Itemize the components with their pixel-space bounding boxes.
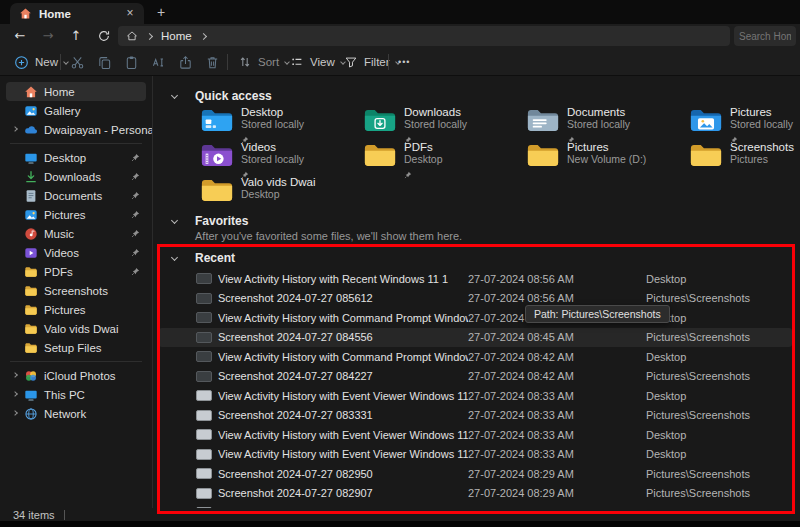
collapse-chevron-icon[interactable] [171,92,178,99]
sidebar-item-desktop[interactable]: Desktop [6,148,146,167]
cut-button[interactable] [66,52,88,72]
view-label: View [310,56,335,68]
expand-chevron-icon[interactable] [12,126,18,132]
tab-bar: Home × + [0,0,800,24]
recent-file-row[interactable]: Screenshot 2024-07-27 08561227-07-2024 0… [159,289,792,309]
recent-file-row[interactable]: View Activity History with Event Viewer … [159,386,792,406]
tile-videos[interactable]: VideosStored locally [200,141,363,176]
folder-pictures-icon [689,107,723,134]
file-thumbnail-icon [196,488,212,499]
recent-file-row[interactable]: Screenshot 2024-07-27 08295027-07-2024 0… [159,464,792,484]
new-plus-icon [14,55,29,70]
folder-icon [363,142,397,169]
file-explorer-window: Home × + ← → ↑ Home New [0,0,800,527]
collapse-chevron-icon[interactable] [171,254,178,261]
sidebar-item-this-pc[interactable]: This PC [6,385,146,404]
sidebar-item-downloads[interactable]: Downloads [6,167,146,186]
recent-file-row[interactable]: View Activity History with Command Promp… [159,308,792,328]
sidebar-item-documents[interactable]: Documents [6,186,146,205]
tile-screenshots[interactable]: ScreenshotsPictures [689,141,800,176]
pin-icon [131,172,140,181]
tile-desktop[interactable]: DesktopStored locally [200,106,363,141]
divider [60,54,61,70]
view-icon [290,55,304,69]
tile-pictures-d[interactable]: PicturesNew Volume (D:) [526,141,689,176]
copy-button[interactable] [93,52,115,72]
section-title: Quick access [195,89,272,103]
tile-subtitle: Stored locally [567,118,630,130]
sidebar-item-videos[interactable]: Videos [6,243,146,262]
sidebar-item-music[interactable]: Music [6,224,146,243]
refresh-button[interactable] [92,25,116,47]
tile-name: Pictures [567,141,646,153]
tab-home[interactable]: Home × [10,3,144,24]
sidebar-item-icloud-photos[interactable]: iCloud Photos [6,366,146,385]
collapse-chevron-icon[interactable] [171,217,178,224]
tile-subtitle: Desktop [241,188,316,200]
section-recent: Recent [153,251,800,265]
divider [64,510,65,520]
recent-file-row[interactable]: View Activity History with Recent Window… [159,269,792,289]
chevron-right-icon [146,32,153,39]
sort-icon [238,55,252,69]
file-thumbnail-icon [196,371,212,382]
back-button[interactable]: ← [8,25,32,47]
new-label: New [35,56,58,68]
expand-chevron-icon[interactable] [12,391,18,397]
sidebar-item-onedrive[interactable]: Dwaipayan - Personal [6,120,146,139]
sidebar-item-valo-vids[interactable]: Valo vids Dwai [6,319,146,338]
command-bar: New Sort View [0,48,800,76]
share-button[interactable] [174,52,196,72]
recent-file-row[interactable]: View Activity History with Command Promp… [159,347,792,367]
tile-pdfs[interactable]: PDFsDesktop [363,141,526,176]
file-thumbnail-icon [196,449,212,460]
sidebar-item-home[interactable]: Home [6,82,146,101]
breadcrumb-item-home[interactable]: Home [161,30,192,42]
expand-chevron-icon[interactable] [12,372,18,378]
tile-documents[interactable]: DocumentsStored locally [526,106,689,141]
close-tab-icon[interactable]: × [122,6,138,21]
paste-button[interactable] [120,52,142,72]
recent-file-row[interactable]: Screenshot 2024-07-27 08422727-07-2024 0… [159,367,792,387]
sidebar-item-setup-files[interactable]: Setup Files [6,338,146,357]
sidebar-item-pictures[interactable]: Pictures [6,205,146,224]
chevron-right-icon[interactable] [200,32,207,39]
sidebar-item-pdfs[interactable]: PDFs [6,262,146,281]
breadcrumb[interactable]: Home [118,26,730,46]
search-box[interactable] [734,26,796,46]
file-thumbnail-icon [196,468,212,479]
delete-button[interactable] [201,52,223,72]
sidebar-item-network[interactable]: Network [6,404,146,423]
recent-file-row[interactable]: Screenshot 2024-07-27 08333127-07-2024 0… [159,406,792,426]
forward-button[interactable]: → [36,25,60,47]
tile-downloads[interactable]: DownloadsStored locally [363,106,526,141]
tile-subtitle: Stored locally [241,118,304,130]
expand-chevron-icon[interactable] [12,410,18,416]
folder-icon [689,142,723,169]
recent-file-row[interactable]: Screenshot 2024-07-27 08290727-07-2024 0… [159,484,792,504]
pin-icon [131,229,140,238]
search-input[interactable] [734,27,796,47]
videos-icon [24,246,38,260]
recent-file-row-hovered[interactable]: Screenshot 2024-07-27 08455627-07-2024 0… [159,328,792,348]
divider [10,361,142,362]
navigation-bar: ← → ↑ Home [0,24,800,48]
divider [10,143,142,144]
file-thumbnail-icon [196,312,212,323]
up-button[interactable]: ↑ [64,25,88,47]
new-button[interactable]: New [10,51,72,73]
folder-icon [24,303,38,317]
recent-file-row[interactable]: View Activity History with Event Viewer … [159,425,792,445]
tile-pictures[interactable]: PicturesStored locally [689,106,800,141]
sidebar-item-gallery[interactable]: Gallery [6,101,146,120]
new-tab-button[interactable]: + [152,4,170,21]
sort-button[interactable]: Sort [234,51,293,73]
more-button[interactable]: ••• [394,51,414,73]
tile-valo-vids[interactable]: Valo vids DwaiDesktop [200,176,363,211]
recent-file-row[interactable]: View Activity History with Event Viewer … [159,445,792,465]
copy-icon [97,55,112,70]
sidebar-item-screenshots[interactable]: Screenshots [6,281,146,300]
rename-button[interactable] [147,52,169,72]
divider [388,54,389,70]
sidebar-item-pictures-folder[interactable]: Pictures [6,300,146,319]
